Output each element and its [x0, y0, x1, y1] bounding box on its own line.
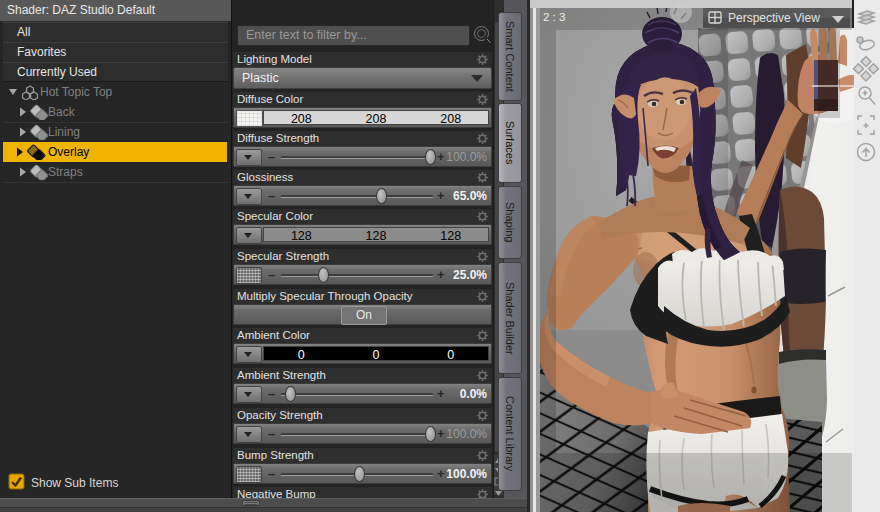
- svg-text:2 : 3: 2 : 3: [543, 11, 565, 23]
- svg-text:Perspective View: Perspective View: [728, 11, 820, 25]
